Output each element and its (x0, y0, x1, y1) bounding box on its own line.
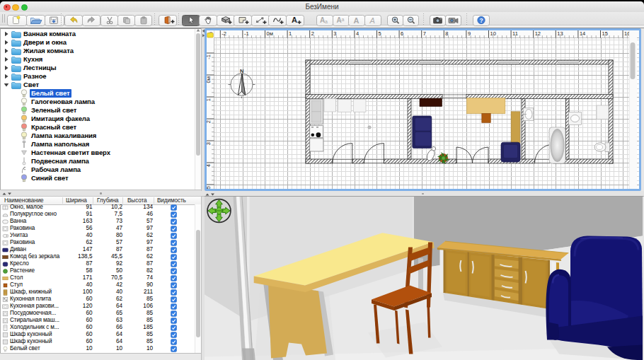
svg-text:4: 4 (356, 30, 359, 37)
svg-text:A: A (354, 16, 360, 25)
svg-text:A: A (292, 16, 297, 24)
svg-text:14: 14 (580, 30, 585, 37)
svg-text:9: 9 (468, 30, 471, 37)
svg-text:7: 7 (423, 30, 426, 37)
svg-text:2: 2 (207, 120, 212, 123)
svg-text:a: a (341, 17, 344, 22)
svg-text:0м: 0м (207, 76, 212, 83)
svg-text:-2: -2 (222, 30, 226, 37)
svg-text:N: N (240, 68, 243, 74)
svg-text:-1: -1 (207, 54, 212, 59)
svg-text:-1: -1 (244, 30, 249, 37)
svg-text:3: 3 (207, 142, 212, 145)
svg-text:6: 6 (401, 30, 403, 37)
svg-text:4: 4 (207, 164, 212, 167)
svg-text:8: 8 (445, 30, 448, 37)
svg-text:1: 1 (289, 30, 292, 37)
svg-text:13: 13 (557, 30, 563, 37)
svg-text:12: 12 (535, 30, 541, 37)
svg-text:5: 5 (379, 30, 381, 37)
svg-text:11: 11 (512, 30, 518, 37)
svg-text:0м: 0м (267, 30, 273, 37)
svg-text:?: ? (479, 17, 483, 24)
svg-text:1: 1 (207, 98, 212, 101)
svg-text:15: 15 (602, 30, 608, 37)
svg-text:5: 5 (207, 186, 212, 189)
svg-text:A: A (369, 16, 374, 25)
svg-text:3: 3 (333, 30, 336, 37)
svg-text:10: 10 (490, 30, 496, 37)
svg-text:2: 2 (311, 30, 314, 37)
svg-text:a: a (325, 19, 328, 24)
